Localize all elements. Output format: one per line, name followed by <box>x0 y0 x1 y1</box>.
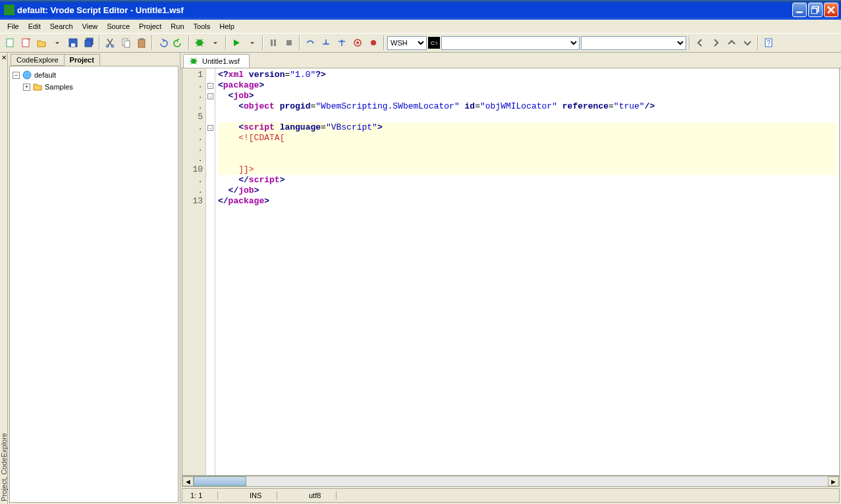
sidebar: ✕ CodeExplore Project − default + Sample… <box>8 53 180 504</box>
svg-rect-4 <box>22 39 29 47</box>
window-buttons <box>792 3 841 17</box>
menu-bar: File Edit Search View Source Project Run… <box>0 20 841 33</box>
svg-rect-12 <box>124 41 130 47</box>
toolbar: WSH C:\ ? <box>0 33 841 53</box>
status-bar: 1: 1 INS utf8 <box>182 488 840 503</box>
menu-source[interactable]: Source <box>102 21 134 32</box>
scroll-right-icon[interactable]: ► <box>828 476 839 486</box>
nav-down-button[interactable] <box>740 36 755 50</box>
save-all-button[interactable] <box>82 36 96 50</box>
restore-button[interactable] <box>808 3 823 17</box>
tree-item-label: Samples <box>45 83 73 91</box>
svg-text:?: ? <box>767 39 771 47</box>
collapsed-label: Project, CodeExplore <box>0 430 8 504</box>
menu-file[interactable]: File <box>3 21 24 32</box>
fold-gutter[interactable]: --- <box>206 68 215 475</box>
editor-area: Untitle1.wsf 1...5....10..13 --- <?xml v… <box>180 53 841 504</box>
menu-run[interactable]: Run <box>166 21 188 32</box>
svg-rect-3 <box>7 39 13 47</box>
menu-tools[interactable]: Tools <box>189 21 215 32</box>
undo-button[interactable] <box>155 36 170 50</box>
run-button[interactable] <box>229 36 244 50</box>
svg-rect-13 <box>138 39 145 47</box>
editor-body[interactable]: 1...5....10..13 --- <?xml version="1.0"?… <box>182 68 840 476</box>
window-title: default: Vrode Script Editor - Untitle1.… <box>17 5 184 15</box>
pause-button[interactable] <box>266 36 281 50</box>
svg-rect-16 <box>271 39 273 46</box>
redo-button[interactable] <box>171 36 186 50</box>
svg-point-21 <box>371 40 376 45</box>
svg-point-24 <box>23 71 31 79</box>
project-tree: − default + Samples <box>9 66 178 503</box>
svg-rect-6 <box>71 43 75 47</box>
sidebar-close-icon[interactable]: ✕ <box>1 54 8 61</box>
nav-fwd-button[interactable] <box>709 36 723 50</box>
status-enc: utf8 <box>304 491 337 499</box>
menu-help[interactable]: Help <box>215 21 239 32</box>
new-file-button[interactable] <box>3 36 17 50</box>
line-gutter: 1...5....10..13 <box>182 68 206 475</box>
open-dropdown-button[interactable] <box>50 36 65 50</box>
run-dropdown-button[interactable] <box>245 36 259 50</box>
step-into-button[interactable] <box>319 36 333 50</box>
scroll-left-icon[interactable]: ◄ <box>182 476 194 486</box>
tree-root[interactable]: − default <box>13 69 175 81</box>
code-area[interactable]: <?xml version="1.0"?><package> <job> <ob… <box>215 68 839 475</box>
paste-button[interactable] <box>134 36 149 50</box>
svg-rect-8 <box>85 40 92 47</box>
tree-root-label: default <box>34 71 56 79</box>
scroll-thumb[interactable] <box>194 476 246 486</box>
expand-icon[interactable]: − <box>13 72 20 79</box>
svg-rect-2 <box>811 9 817 14</box>
engine-combo[interactable]: WSH <box>387 36 427 50</box>
stop-button[interactable] <box>282 36 296 50</box>
editor-tab-label: Untitle1.wsf <box>202 57 240 65</box>
cut-button[interactable] <box>103 36 117 50</box>
save-button[interactable] <box>66 36 80 50</box>
editor-tab[interactable]: Untitle1.wsf <box>183 54 250 68</box>
nav-back-button[interactable] <box>693 36 707 50</box>
svg-rect-17 <box>274 39 276 46</box>
script-combo[interactable] <box>441 36 580 50</box>
collapsed-panel-tab[interactable]: Project, CodeExplore <box>0 53 8 504</box>
svg-rect-18 <box>286 40 292 45</box>
copy-button[interactable] <box>119 36 133 50</box>
svg-point-15 <box>196 39 203 46</box>
menu-view[interactable]: View <box>78 21 103 32</box>
bug-icon <box>189 57 198 66</box>
status-pos: 1: 1 <box>185 491 218 499</box>
tree-item-samples[interactable]: + Samples <box>23 81 175 93</box>
tab-codeexplore[interactable]: CodeExplore <box>11 54 65 66</box>
debug-dropdown-button[interactable] <box>208 36 223 50</box>
expand-icon[interactable]: + <box>23 84 30 91</box>
close-button[interactable] <box>824 3 838 17</box>
svg-point-25 <box>191 59 196 64</box>
minimize-button[interactable] <box>792 3 807 17</box>
debug-button[interactable] <box>192 36 207 50</box>
step-out-button[interactable] <box>335 36 349 50</box>
new-type-button[interactable] <box>18 36 33 50</box>
open-button[interactable] <box>34 36 49 50</box>
app-icon <box>4 5 14 15</box>
svg-rect-0 <box>796 11 803 13</box>
title-bar: default: Vrode Script Editor - Untitle1.… <box>0 0 841 20</box>
horizontal-scrollbar[interactable]: ◄ ► <box>182 476 840 487</box>
console-icon[interactable]: C:\ <box>428 37 440 49</box>
svg-rect-14 <box>140 38 144 40</box>
nav-up-button[interactable] <box>724 36 739 50</box>
folder-icon <box>32 82 43 92</box>
status-mode: INS <box>244 491 277 499</box>
help-button[interactable]: ? <box>761 36 776 50</box>
menu-edit[interactable]: Edit <box>24 21 45 32</box>
project-icon <box>22 70 32 80</box>
breakpoint-button[interactable] <box>350 36 365 50</box>
menu-project[interactable]: Project <box>134 21 166 32</box>
toggle-bp-button[interactable] <box>366 36 381 50</box>
tab-project[interactable]: Project <box>64 54 100 66</box>
step-over-button[interactable] <box>303 36 317 50</box>
args-combo[interactable] <box>581 36 686 50</box>
svg-point-20 <box>356 41 359 44</box>
menu-search[interactable]: Search <box>45 21 78 32</box>
